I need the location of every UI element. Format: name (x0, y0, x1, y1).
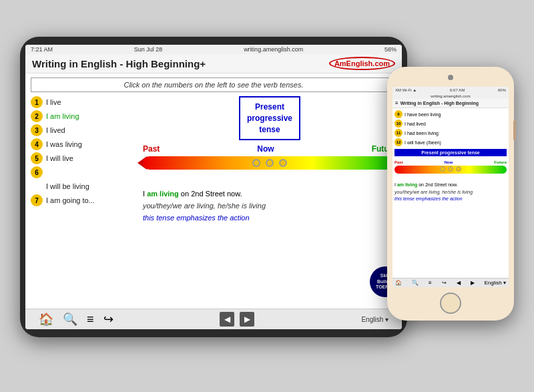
phone-screen: XM Wi-Fi ▲ 6:07 AM 60% writing.amenglish… (392, 87, 509, 287)
phone-menu-icon2[interactable]: ≡ (429, 280, 432, 286)
phone-verb-text: I have been living (405, 112, 441, 117)
list-item[interactable]: 3 I lived (31, 124, 138, 136)
phone-url: writing.amenglish.com (392, 93, 509, 99)
menu-icon[interactable]: ≡ (87, 313, 94, 327)
phone-tense-highlight: Present progressive tense (394, 149, 507, 156)
search-icon[interactable]: 🔍 (63, 312, 77, 327)
language-select[interactable]: English ▾ (361, 316, 388, 323)
phone-label-now: Now (445, 160, 453, 164)
timeline-labels: Past Now Future (143, 144, 396, 154)
verb-text: I lived (46, 126, 65, 134)
list-item[interactable]: 6 I will be living (31, 180, 138, 192)
verb-text: I am going to... (46, 196, 95, 204)
list-item[interactable]: 2 I am living (31, 110, 138, 122)
list-item[interactable]: 4 I was living (31, 138, 138, 150)
phone-content: 9 I have been living 10 I had lived 11 I… (392, 108, 509, 278)
timeline-dot (279, 159, 287, 167)
tablet-bottom-bar: 🏠 🔍 ≡ ↪ ◀ ▶ English ▾ (25, 309, 402, 329)
prev-button[interactable]: ◀ (220, 312, 234, 327)
timeline-area: Past Now Future (143, 144, 396, 184)
verb-list: 1 I live 2 I am living 3 I lived 4 I was… (31, 96, 138, 305)
phone-example: I am living on 2nd Street now. you/they/… (394, 182, 507, 203)
label-past: Past (143, 144, 160, 154)
home-icon[interactable]: 🏠 (39, 312, 53, 327)
verb-num: 7 (31, 194, 43, 206)
tablet-instruction: Click on the numbers on the left to see … (31, 77, 396, 92)
phone-timeline-dot (448, 166, 453, 172)
tablet-screen: 7:21 AM Sun Jul 28 writing.amenglish.com… (25, 45, 402, 329)
phone-menu-icon[interactable]: ≡ (395, 100, 398, 106)
verb-text: I was living (46, 140, 82, 148)
phone-label-past: Past (394, 160, 403, 164)
verb-num: 5 (31, 152, 43, 164)
phone-bold-word: am living (397, 182, 417, 187)
list-item[interactable]: 6 (31, 166, 138, 178)
verb-num: 3 (31, 124, 43, 136)
example-text: I am living on 2nd Street now. you/they/… (143, 188, 396, 224)
phone: XM Wi-Fi ▲ 6:07 AM 60% writing.amenglish… (387, 67, 514, 321)
phone-bottom-bar: 🏠 🔍 ≡ ↪ ◀ ▶ English ▾ (392, 278, 509, 287)
share-icon[interactable]: ↪ (103, 312, 113, 327)
phone-timeline: Past Now Future (394, 160, 507, 179)
phone-num: 10 (394, 120, 403, 128)
phone-timeline-dot (456, 166, 461, 172)
phone-secondary: you/they/we are living, he/she is living (394, 189, 507, 196)
list-item[interactable]: 12 I will have (/been) (394, 138, 507, 146)
verb-num: 2 (31, 110, 43, 122)
phone-label-future: Future (494, 160, 507, 164)
phone-num: 12 (394, 138, 403, 146)
timeline-dot (252, 159, 260, 167)
bottom-nav: ◀ ▶ (220, 312, 254, 327)
timeline-dot (266, 159, 274, 167)
phone-home-button[interactable] (440, 292, 461, 314)
tablet-time: 7:21 AM (31, 46, 53, 53)
phone-camera (448, 75, 453, 80)
phone-verb-text: I had lived (405, 122, 426, 126)
phone-share-icon[interactable]: ↪ (442, 280, 447, 286)
verb-text: I am living (46, 112, 79, 120)
list-item[interactable]: 7 I am going to... (31, 194, 138, 206)
label-now: Now (257, 144, 274, 154)
verb-num: 4 (31, 138, 43, 150)
phone-search-icon[interactable]: 🔍 (412, 280, 419, 286)
phone-carrier: XM Wi-Fi ▲ (395, 88, 417, 92)
tablet-battery: 56% (384, 46, 396, 53)
tablet-date: Sun Jul 28 (134, 46, 163, 53)
phone-timeline-bar (394, 166, 507, 174)
bold-word: am living (147, 190, 179, 198)
next-button[interactable]: ▶ (240, 312, 254, 327)
phone-timeline-dot (440, 166, 445, 172)
verb-num: 6 (31, 166, 43, 178)
tablet-status-bar: 7:21 AM Sun Jul 28 writing.amenglish.com… (25, 45, 402, 54)
phone-language-select[interactable]: English ▾ (484, 280, 505, 286)
tense-box: Presentprogressivetense (239, 96, 300, 140)
phone-status-bar: XM Wi-Fi ▲ 6:07 AM 60% (392, 87, 509, 93)
right-panel: Presentprogressivetense Past (143, 96, 396, 305)
emphasis-text: this tense emphasizes the action (143, 212, 396, 224)
phone-num: 11 (394, 129, 403, 137)
phone-header: ≡ Writing in English - High Beginning (392, 99, 509, 108)
list-item[interactable]: 5 I will live (31, 152, 138, 164)
verb-text: I will live (46, 154, 73, 162)
secondary-example: you/they/we are living, he/she is living (143, 200, 396, 212)
list-item[interactable]: 10 I had lived (394, 120, 507, 128)
list-item[interactable]: 9 I have been living (394, 110, 507, 118)
list-item[interactable]: 11 I had been living (394, 129, 507, 137)
phone-prev-button[interactable]: ◀ (457, 280, 461, 286)
tablet-title: Writing in English - High Beginning+ (32, 58, 206, 69)
verb-text: I live (46, 98, 61, 106)
list-item[interactable]: 1 I live (31, 96, 138, 108)
phone-verb-text: I will have (/been) (405, 140, 441, 145)
tablet-header: Writing in English - High Beginning+ AmE… (25, 54, 402, 73)
phone-side-button (513, 120, 516, 140)
verb-num: 1 (31, 96, 43, 108)
tense-label: Presentprogressivetense (247, 102, 292, 134)
tablet-main: 1 I live 2 I am living 3 I lived 4 I was… (31, 96, 396, 305)
phone-next-button[interactable]: ▶ (471, 280, 475, 286)
bottom-icons: 🏠 🔍 ≡ ↪ (39, 312, 113, 327)
phone-home-icon[interactable]: 🏠 (395, 280, 402, 286)
tablet-url: writing.amenglish.com (244, 46, 303, 53)
tablet: 7:21 AM Sun Jul 28 writing.amenglish.com… (20, 37, 407, 337)
phone-time: 6:07 AM (450, 88, 465, 92)
verb-text: I will be living (46, 182, 89, 190)
